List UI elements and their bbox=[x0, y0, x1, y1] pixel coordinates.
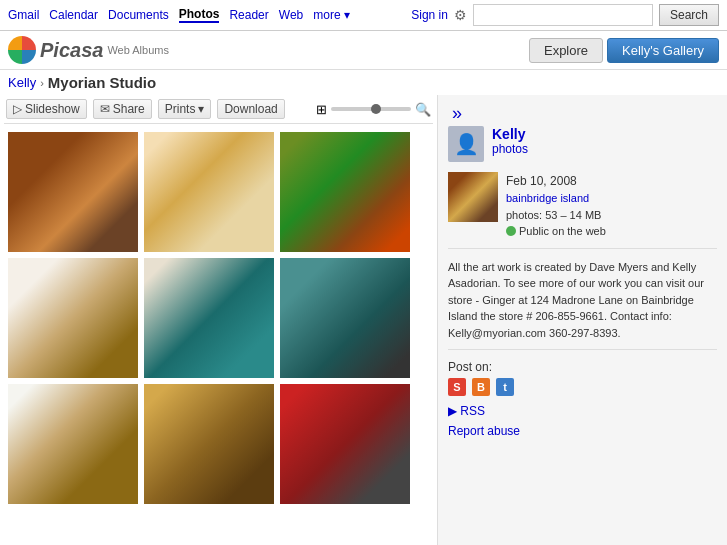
nav-calendar[interactable]: Calendar bbox=[49, 8, 98, 22]
photo-toolbar: ▷ Slideshow ✉ Share Prints ▾ Download ⊞ … bbox=[4, 95, 433, 124]
picasa-bar: Picasa Web Albums Explore Kelly's Galler… bbox=[0, 31, 727, 70]
zoom-slider[interactable] bbox=[331, 107, 411, 111]
nav-photos[interactable]: Photos bbox=[179, 7, 220, 23]
slideshow-button[interactable]: ▷ Slideshow bbox=[6, 99, 87, 119]
rss-icon: ▶ bbox=[448, 404, 457, 418]
photo-thumbnail bbox=[280, 132, 410, 252]
slider-thumb[interactable] bbox=[371, 104, 381, 114]
rss-link[interactable]: ▶ RSS bbox=[448, 404, 717, 418]
album-thumbnail[interactable] bbox=[448, 172, 498, 222]
social-icon-scrapbook[interactable]: S bbox=[448, 378, 466, 396]
prints-label: Prints bbox=[165, 102, 196, 116]
post-on-section: Post on: S B t bbox=[448, 360, 717, 396]
photo-item[interactable] bbox=[144, 132, 274, 252]
search-button[interactable]: Search bbox=[659, 4, 719, 26]
slideshow-label: Slideshow bbox=[25, 102, 80, 116]
prints-button[interactable]: Prints ▾ bbox=[158, 99, 212, 119]
social-icon-twitter[interactable]: t bbox=[496, 378, 514, 396]
photo-thumbnail bbox=[8, 384, 138, 504]
photo-thumbnail bbox=[280, 384, 410, 504]
top-navigation: Gmail Calendar Documents Photos Reader W… bbox=[0, 0, 727, 31]
photo-thumbnail bbox=[8, 132, 138, 252]
sign-in-link[interactable]: Sign in bbox=[411, 8, 448, 22]
avatar: 👤 bbox=[448, 126, 484, 162]
download-button[interactable]: Download bbox=[217, 99, 284, 119]
tab-kelly-gallery[interactable]: Kelly's Gallery bbox=[607, 38, 719, 63]
photo-thumbnail bbox=[144, 258, 274, 378]
public-icon bbox=[506, 226, 516, 236]
photo-item[interactable] bbox=[8, 132, 138, 252]
breadcrumb-user[interactable]: Kelly bbox=[8, 75, 36, 90]
album-photos-count: photos: 53 – 14 MB bbox=[506, 207, 606, 224]
photo-thumbnail bbox=[144, 384, 274, 504]
nav-gmail[interactable]: Gmail bbox=[8, 8, 39, 22]
collapse-arrow[interactable]: » bbox=[448, 101, 717, 126]
share-icon: ✉ bbox=[100, 102, 110, 116]
picasa-tabs: Explore Kelly's Gallery bbox=[529, 38, 719, 63]
user-photos-link[interactable]: photos bbox=[492, 142, 528, 156]
zoom-slider-area: ⊞ 🔍 bbox=[316, 102, 431, 117]
expand-icon: ⊞ bbox=[316, 102, 327, 117]
prints-arrow-icon: ▾ bbox=[198, 102, 204, 116]
album-description: All the art work is created by Dave Myer… bbox=[448, 259, 717, 351]
nav-reader[interactable]: Reader bbox=[229, 8, 268, 22]
album-info-text: Feb 10, 2008 bainbridge island photos: 5… bbox=[506, 172, 606, 240]
right-panel: » 👤 Kelly photos Feb 10, 2008 bainbridge… bbox=[437, 95, 727, 545]
post-on-label: Post on: bbox=[448, 360, 717, 374]
public-label: Public on the web bbox=[519, 223, 606, 240]
photo-item[interactable] bbox=[280, 384, 410, 504]
picasa-logo-icon bbox=[8, 36, 36, 64]
photo-item[interactable] bbox=[8, 258, 138, 378]
picasa-logo-sub: Web Albums bbox=[107, 44, 169, 56]
zoom-icon: 🔍 bbox=[415, 102, 431, 117]
report-abuse-link[interactable]: Report abuse bbox=[448, 424, 717, 438]
nav-links: Gmail Calendar Documents Photos Reader W… bbox=[8, 7, 350, 23]
avatar-icon: 👤 bbox=[454, 132, 479, 156]
public-badge: Public on the web bbox=[506, 223, 606, 240]
user-details: Kelly photos bbox=[492, 126, 528, 156]
nav-documents[interactable]: Documents bbox=[108, 8, 169, 22]
photo-grid bbox=[4, 128, 433, 508]
search-input[interactable] bbox=[473, 4, 653, 26]
left-panel: ▷ Slideshow ✉ Share Prints ▾ Download ⊞ … bbox=[0, 95, 437, 545]
breadcrumb-separator: › bbox=[40, 77, 44, 89]
album-info-box: Feb 10, 2008 bainbridge island photos: 5… bbox=[448, 172, 717, 249]
photo-item[interactable] bbox=[144, 384, 274, 504]
photo-thumbnail bbox=[144, 132, 274, 252]
photo-item[interactable] bbox=[144, 258, 274, 378]
nav-more[interactable]: more ▾ bbox=[313, 8, 350, 22]
tab-explore[interactable]: Explore bbox=[529, 38, 603, 63]
photo-item[interactable] bbox=[280, 258, 410, 378]
photo-thumbnail bbox=[8, 258, 138, 378]
photo-item[interactable] bbox=[280, 132, 410, 252]
photo-item[interactable] bbox=[8, 384, 138, 504]
album-location[interactable]: bainbridge island bbox=[506, 190, 606, 207]
slideshow-icon: ▷ bbox=[13, 102, 22, 116]
album-date: Feb 10, 2008 bbox=[506, 172, 606, 190]
breadcrumb: Kelly › Myorian Studio bbox=[0, 70, 727, 95]
user-name-link[interactable]: Kelly bbox=[492, 126, 528, 142]
photo-thumbnail bbox=[280, 258, 410, 378]
social-icon-blogger[interactable]: B bbox=[472, 378, 490, 396]
top-nav-right: Sign in ⚙ Search bbox=[411, 4, 719, 26]
picasa-logo-text: Picasa bbox=[40, 39, 103, 62]
picasa-logo: Picasa Web Albums bbox=[8, 36, 169, 64]
user-info-box: 👤 Kelly photos bbox=[448, 126, 717, 162]
gear-icon[interactable]: ⚙ bbox=[454, 7, 467, 23]
post-on-icons: S B t bbox=[448, 378, 717, 396]
album-title: Myorian Studio bbox=[48, 74, 156, 91]
rss-label: RSS bbox=[460, 404, 485, 418]
share-label: Share bbox=[113, 102, 145, 116]
nav-web[interactable]: Web bbox=[279, 8, 303, 22]
share-button[interactable]: ✉ Share bbox=[93, 99, 152, 119]
main-content: ▷ Slideshow ✉ Share Prints ▾ Download ⊞ … bbox=[0, 95, 727, 545]
download-label: Download bbox=[224, 102, 277, 116]
